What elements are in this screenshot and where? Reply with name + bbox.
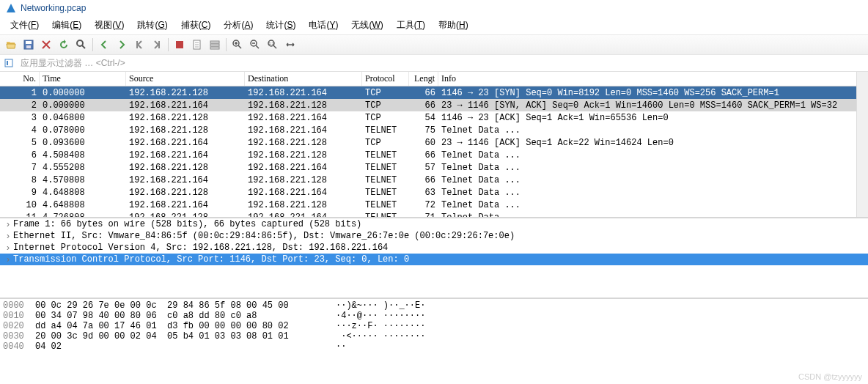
resize-icon[interactable] bbox=[282, 37, 298, 53]
zoom-fit-icon[interactable]: 1:1 bbox=[265, 37, 281, 53]
bookmark-filter-icon[interactable] bbox=[3, 57, 15, 69]
packet-list-header: No. Time Source Destination Protocol Len… bbox=[0, 72, 868, 86]
zoom-in-icon[interactable] bbox=[229, 37, 246, 53]
expand-chevron-icon[interactable]: › bbox=[3, 243, 13, 253]
menu-item[interactable]: 跳转(G) bbox=[131, 18, 173, 33]
window-title: Networking.pcap bbox=[21, 3, 86, 13]
packet-row[interactable]: 74.555208192.168.221.128192.168.221.164T… bbox=[0, 161, 868, 174]
packet-row[interactable]: 10.000000192.168.221.128192.168.221.164T… bbox=[0, 86, 868, 99]
svg-rect-1 bbox=[26, 41, 32, 44]
packet-row[interactable]: 40.078000192.168.221.128192.168.221.164T… bbox=[0, 124, 868, 136]
save-icon[interactable] bbox=[21, 37, 37, 53]
jump-start-icon[interactable] bbox=[131, 37, 147, 53]
packet-row[interactable]: 114.726808192.168.221.128192.168.221.164… bbox=[0, 211, 868, 218]
packet-row[interactable]: 84.570808192.168.221.164192.168.221.128T… bbox=[0, 174, 868, 186]
col-time[interactable]: Time bbox=[40, 72, 126, 86]
svg-text:1:1: 1:1 bbox=[269, 41, 274, 45]
packet-details-pane: ›Frame 1: 66 bytes on wire (528 bits), 6… bbox=[0, 218, 868, 299]
menu-item[interactable]: 文件(F) bbox=[4, 18, 45, 33]
packet-row[interactable]: 64.508408192.168.221.164192.168.221.128T… bbox=[0, 149, 868, 161]
menubar: 文件(F)编辑(E)视图(V)跳转(G)捕获(C)分析(A)统计(S)电话(Y)… bbox=[0, 16, 868, 34]
svg-rect-4 bbox=[176, 41, 183, 48]
svg-point-3 bbox=[77, 40, 83, 46]
packet-bytes-pane: 000000 0c 29 26 7e 0e 00 0c 29 84 86 5f … bbox=[0, 299, 868, 353]
stack-icon[interactable] bbox=[207, 37, 223, 53]
toolbar: 1:1 bbox=[0, 34, 868, 55]
expand-chevron-icon[interactable]: › bbox=[3, 219, 13, 229]
scrollbar[interactable] bbox=[856, 72, 868, 217]
svg-rect-13 bbox=[5, 59, 12, 67]
packet-row[interactable]: 104.648808192.168.221.164192.168.221.128… bbox=[0, 199, 868, 211]
packet-row[interactable]: 30.046800192.168.221.128192.168.221.164T… bbox=[0, 111, 868, 124]
col-no[interactable]: No. bbox=[0, 72, 40, 86]
packet-list-pane: No. Time Source Destination Protocol Len… bbox=[0, 72, 868, 218]
reload-icon[interactable] bbox=[56, 37, 72, 53]
svg-rect-14 bbox=[7, 61, 8, 65]
document-icon[interactable] bbox=[189, 37, 205, 53]
jump-end-icon[interactable] bbox=[149, 37, 165, 53]
menu-item[interactable]: 分析(A) bbox=[218, 18, 259, 33]
forward-arrow-icon[interactable] bbox=[114, 37, 130, 53]
hex-row[interactable]: 003020 00 3c 9d 00 00 02 04 05 b4 01 03 … bbox=[0, 331, 868, 341]
menu-item[interactable]: 捕获(C) bbox=[175, 18, 217, 33]
col-length[interactable]: Lengt bbox=[409, 72, 438, 86]
packet-row[interactable]: 94.648808192.168.221.128192.168.221.164T… bbox=[0, 186, 868, 199]
toolbar-separator bbox=[168, 38, 169, 51]
packet-row[interactable]: 50.093600192.168.221.164192.168.221.128T… bbox=[0, 136, 868, 149]
stop-square-icon[interactable] bbox=[172, 37, 188, 53]
packet-row[interactable]: 20.000000192.168.221.164192.168.221.128T… bbox=[0, 99, 868, 111]
menu-item[interactable]: 无线(W) bbox=[345, 18, 389, 33]
find-icon[interactable] bbox=[73, 37, 89, 53]
menu-item[interactable]: 帮助(H) bbox=[433, 18, 474, 33]
watermark: CSDN @tzyyyyyy bbox=[798, 372, 862, 381]
protocol-tree-row[interactable]: ›Internet Protocol Version 4, Src: 192.1… bbox=[0, 242, 868, 254]
display-filter-input[interactable] bbox=[18, 56, 865, 70]
app-icon bbox=[6, 3, 16, 13]
menu-item[interactable]: 电话(Y) bbox=[303, 18, 344, 33]
hex-row[interactable]: 0020dd a4 04 7a 00 17 46 01 d3 fb 00 00 … bbox=[0, 321, 868, 331]
col-info[interactable]: Info bbox=[438, 72, 868, 86]
menu-item[interactable]: 统计(S) bbox=[260, 18, 301, 33]
menu-item[interactable]: 编辑(E) bbox=[46, 18, 87, 33]
titlebar: Networking.pcap bbox=[0, 0, 868, 16]
hex-row[interactable]: 004004 02·· bbox=[0, 341, 868, 352]
svg-rect-8 bbox=[210, 47, 219, 49]
zoom-out-icon[interactable] bbox=[247, 37, 263, 53]
svg-rect-2 bbox=[26, 45, 31, 48]
col-source[interactable]: Source bbox=[126, 72, 245, 86]
toolbar-separator bbox=[226, 38, 227, 51]
hex-row[interactable]: 001000 34 07 98 40 00 80 06 c0 a8 dd 80 … bbox=[0, 311, 868, 321]
expand-chevron-icon[interactable]: › bbox=[3, 231, 13, 241]
col-protocol[interactable]: Protocol bbox=[362, 72, 409, 86]
toolbar-separator bbox=[92, 38, 93, 51]
hex-row[interactable]: 000000 0c 29 26 7e 0e 00 0c 29 84 86 5f … bbox=[0, 300, 868, 311]
svg-rect-6 bbox=[210, 41, 219, 43]
close-x-icon[interactable] bbox=[38, 37, 54, 53]
col-destination[interactable]: Destination bbox=[245, 72, 362, 86]
protocol-tree-row[interactable]: ›Transmission Control Protocol, Src Port… bbox=[0, 254, 868, 265]
protocol-tree-row[interactable]: ›Ethernet II, Src: Vmware_84:86:5f (00:0… bbox=[0, 230, 868, 242]
expand-chevron-icon[interactable]: › bbox=[3, 254, 13, 265]
back-arrow-icon[interactable] bbox=[96, 37, 112, 53]
svg-rect-7 bbox=[210, 44, 219, 46]
filter-bar bbox=[0, 55, 868, 72]
folder-open-icon[interactable] bbox=[3, 37, 19, 53]
menu-item[interactable]: 工具(T) bbox=[391, 18, 431, 33]
menu-item[interactable]: 视图(V) bbox=[89, 18, 130, 33]
protocol-tree-row[interactable]: ›Frame 1: 66 bytes on wire (528 bits), 6… bbox=[0, 218, 868, 230]
